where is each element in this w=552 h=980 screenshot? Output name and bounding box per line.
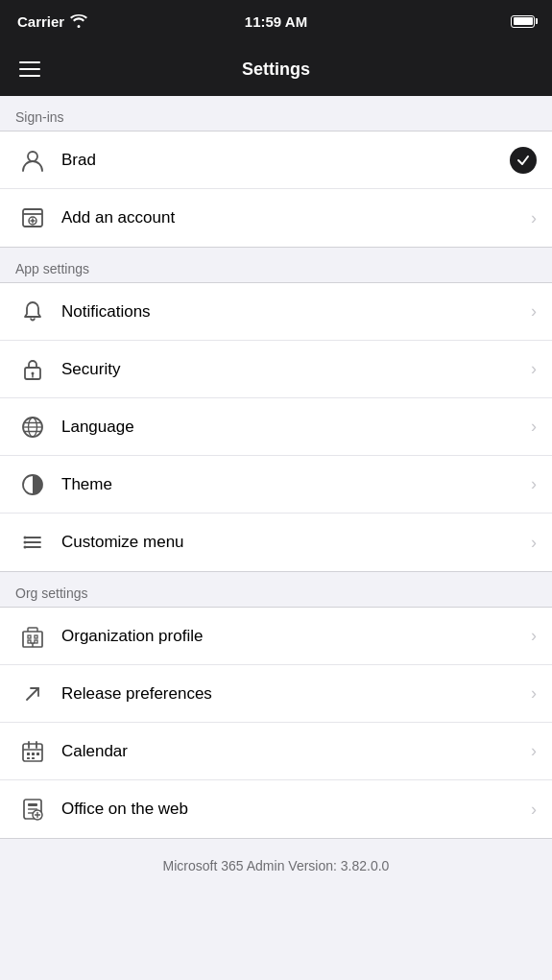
security-chevron: › <box>531 359 537 379</box>
notifications-label: Notifications <box>61 302 531 322</box>
status-bar: Carrier 11:59 AM <box>0 0 552 42</box>
calendar-label: Calendar <box>61 742 531 761</box>
list-item-brad[interactable]: Brad <box>0 131 552 189</box>
add-account-chevron: › <box>531 208 537 228</box>
svg-rect-34 <box>36 753 39 755</box>
customize-menu-chevron: › <box>531 533 537 553</box>
svg-point-16 <box>24 541 27 544</box>
theme-chevron: › <box>531 474 537 494</box>
svg-rect-19 <box>28 635 31 638</box>
globe-icon <box>15 415 50 440</box>
list-item-theme[interactable]: Theme › <box>0 456 552 514</box>
language-label: Language <box>61 418 531 437</box>
hamburger-button[interactable] <box>15 58 44 81</box>
org-settings-list: Organization profile › Release preferenc… <box>0 607 552 839</box>
list-item-language[interactable]: Language › <box>0 398 552 456</box>
list-item-customize-menu[interactable]: Customize menu › <box>0 514 552 571</box>
list-item-add-account[interactable]: Add an account › <box>0 189 552 247</box>
section-header-app-settings: App settings <box>0 248 552 282</box>
status-bar-left: Carrier <box>17 13 87 30</box>
svg-point-17 <box>24 546 27 549</box>
organization-profile-label: Organization profile <box>61 627 531 646</box>
svg-rect-30 <box>27 753 30 755</box>
section-header-sign-ins: Sign-ins <box>0 96 552 131</box>
brad-checkmark <box>510 147 537 174</box>
language-chevron: › <box>531 417 537 437</box>
arrow-diagonal-icon <box>15 681 50 706</box>
svg-line-25 <box>27 688 38 700</box>
svg-rect-22 <box>35 640 37 643</box>
svg-point-0 <box>28 152 37 161</box>
add-account-label: Add an account <box>61 208 531 227</box>
list-item-release-preferences[interactable]: Release preferences › <box>0 665 552 723</box>
list-item-organization-profile[interactable]: Organization profile › <box>0 608 552 665</box>
svg-rect-21 <box>28 640 31 643</box>
page-title: Settings <box>242 60 310 80</box>
theme-label: Theme <box>61 475 531 494</box>
nav-bar: Settings <box>0 42 552 96</box>
add-account-icon <box>15 205 50 230</box>
office-icon <box>15 797 50 822</box>
app-settings-list: Notifications › Security › <box>0 282 552 572</box>
svg-rect-33 <box>32 757 35 759</box>
list-item-calendar[interactable]: Calendar › <box>0 723 552 780</box>
list-item-security[interactable]: Security › <box>0 341 552 398</box>
status-bar-right <box>511 15 535 28</box>
person-icon <box>15 148 50 173</box>
office-on-web-chevron: › <box>531 800 537 820</box>
security-label: Security <box>61 360 531 379</box>
svg-point-15 <box>24 537 27 539</box>
lock-icon <box>15 357 50 382</box>
customize-menu-label: Customize menu <box>61 533 531 552</box>
list-icon <box>15 530 50 555</box>
section-header-org-settings: Org settings <box>0 572 552 607</box>
list-item-notifications[interactable]: Notifications › <box>0 283 552 341</box>
theme-icon <box>15 472 50 497</box>
footer: Microsoft 365 Admin Version: 3.82.0.0 <box>0 839 552 893</box>
office-on-web-label: Office on the web <box>61 800 531 819</box>
bell-icon <box>15 299 50 324</box>
sign-ins-list: Brad Add an account › <box>0 131 552 248</box>
battery-icon <box>511 15 535 28</box>
svg-rect-32 <box>27 757 30 759</box>
carrier-label: Carrier <box>17 13 64 30</box>
building-icon <box>15 624 50 649</box>
notifications-chevron: › <box>531 301 537 322</box>
organization-profile-chevron: › <box>531 626 537 646</box>
version-text: Microsoft 365 Admin Version: 3.82.0.0 <box>163 858 390 873</box>
release-preferences-label: Release preferences <box>61 684 531 704</box>
calendar-chevron: › <box>531 741 537 761</box>
release-preferences-chevron: › <box>531 683 537 704</box>
svg-rect-20 <box>35 635 37 638</box>
status-bar-time: 11:59 AM <box>245 13 307 30</box>
svg-rect-36 <box>28 803 37 806</box>
calendar-icon <box>15 739 50 764</box>
svg-rect-31 <box>32 753 35 755</box>
list-item-office-on-web[interactable]: Office on the web › <box>0 780 552 838</box>
wifi-icon <box>70 14 87 28</box>
brad-label: Brad <box>61 151 510 170</box>
